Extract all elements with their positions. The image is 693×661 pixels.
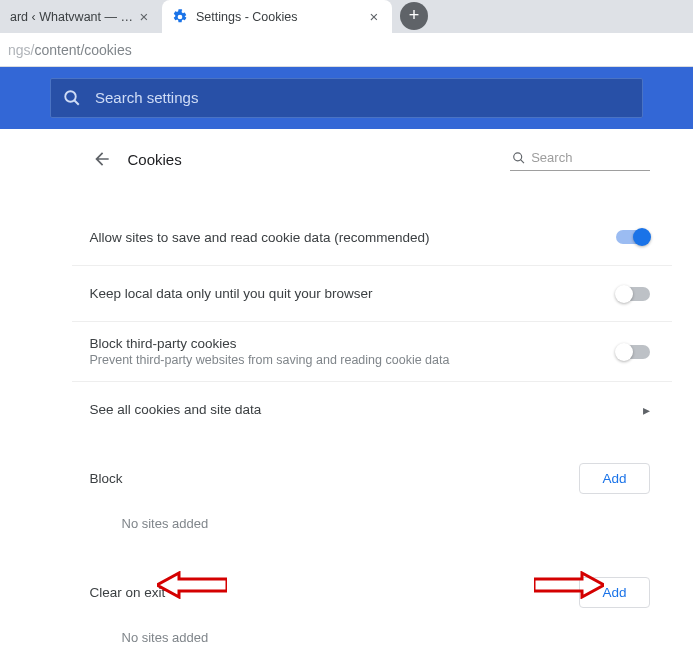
toggle-allow-sites[interactable]	[616, 230, 650, 244]
toggle-keep-local[interactable]	[616, 287, 650, 301]
row-allow-sites: Allow sites to save and read cookie data…	[72, 209, 672, 265]
search-icon	[63, 89, 81, 107]
content-area: Cookies Allow sites to save and read coo…	[0, 129, 693, 661]
settings-search-bar	[0, 67, 693, 129]
search-icon	[512, 150, 526, 166]
toggle-block-third-party[interactable]	[616, 345, 650, 359]
row-label: Allow sites to save and read cookie data…	[90, 230, 430, 245]
chevron-right-icon: ▸	[643, 402, 650, 418]
add-button-block[interactable]: Add	[579, 463, 649, 494]
section-label: Block	[90, 471, 123, 486]
back-arrow-icon[interactable]	[90, 147, 114, 171]
close-icon[interactable]: ×	[136, 9, 152, 25]
row-label: See all cookies and site data	[90, 402, 262, 417]
empty-clear-on-exit: No sites added	[72, 618, 672, 661]
svg-line-3	[520, 159, 523, 162]
row-block-third-party: Block third-party cookies Prevent third-…	[72, 321, 672, 381]
section-clear-on-exit: Clear on exit Add	[72, 551, 672, 618]
cookies-card: Cookies Allow sites to save and read coo…	[72, 129, 672, 661]
card-header: Cookies	[72, 129, 672, 189]
header-search-input[interactable]	[531, 150, 647, 165]
section-label: Clear on exit	[90, 585, 166, 600]
search-settings-input[interactable]	[95, 90, 630, 106]
svg-marker-4	[157, 573, 227, 597]
row-label: Keep local data only until you quit your…	[90, 286, 373, 301]
tab-title: Settings - Cookies	[196, 10, 366, 24]
close-icon[interactable]: ×	[366, 9, 382, 25]
browser-tab-inactive[interactable]: ard ‹ Whatvwant — Wor ×	[0, 0, 162, 33]
new-tab-button[interactable]: +	[400, 2, 428, 30]
tab-title: ard ‹ Whatvwant — Wor	[10, 10, 136, 24]
row-sublabel: Prevent third-party websites from saving…	[90, 353, 450, 367]
svg-point-0	[65, 91, 76, 102]
svg-line-1	[74, 100, 79, 105]
svg-point-2	[513, 152, 521, 160]
address-bar[interactable]: ngs/content/cookies	[0, 33, 693, 67]
empty-block: No sites added	[72, 504, 672, 551]
row-label: Block third-party cookies	[90, 336, 450, 351]
row-see-all-cookies[interactable]: See all cookies and site data ▸	[72, 381, 672, 437]
search-settings-field[interactable]	[50, 78, 643, 118]
page-title: Cookies	[128, 151, 510, 168]
section-block: Block Add	[72, 437, 672, 504]
gear-icon	[172, 9, 188, 25]
header-search[interactable]	[510, 148, 650, 171]
add-button-clear-on-exit[interactable]: Add	[579, 577, 649, 608]
row-keep-local: Keep local data only until you quit your…	[72, 265, 672, 321]
url-text: ngs/content/cookies	[8, 42, 132, 58]
annotation-arrow-left	[157, 571, 227, 599]
browser-tab-active[interactable]: Settings - Cookies ×	[162, 0, 392, 33]
browser-tabs-bar: ard ‹ Whatvwant — Wor × Settings - Cooki…	[0, 0, 693, 33]
